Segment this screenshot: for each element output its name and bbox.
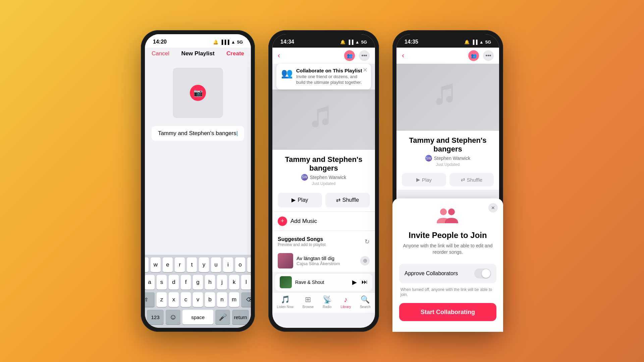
emoji-key[interactable]: ☺ (166, 310, 180, 324)
song-add-button-1[interactable]: ⊕ (360, 256, 370, 265)
key-f[interactable]: f (181, 275, 191, 290)
collaborate-icon-button[interactable]: 👥 (344, 50, 355, 61)
banner-subtitle: Invite one friend or dozens, and build t… (296, 74, 366, 85)
key-i[interactable]: i (223, 257, 233, 272)
tab-bar-2: 🎵 Listen Now ⊞ Browse 📡 Radio ♪ Library … (272, 292, 375, 313)
key-g[interactable]: g (193, 275, 203, 290)
back-button[interactable]: ‹ (278, 51, 280, 60)
status-time-1: 14:20 (153, 39, 167, 45)
key-e[interactable]: e (163, 257, 173, 272)
return-key[interactable]: return (232, 310, 249, 324)
banner-text: Collaborate on This Playlist Invite one … (296, 68, 366, 85)
approve-label: Approve Collaborators (405, 270, 458, 277)
signal-icon: ▐▐▐ (220, 40, 229, 45)
camera-button[interactable]: 📷 (190, 85, 206, 101)
creator-name-3: Stephen Warwick (434, 156, 470, 161)
listen-now-label-2: Listen Now (277, 305, 293, 309)
key-m[interactable]: m (229, 292, 239, 307)
key-o[interactable]: o (235, 257, 245, 272)
phone-1-screen: 14:20 🔔 ▐▐▐ ▲ 5G Cancel New Playlist Cre… (145, 34, 251, 328)
new-playlist-content: 📷 Tammy and Stephen's bangers (145, 61, 251, 255)
add-music-row[interactable]: + Add Music (272, 212, 375, 231)
np-play-button[interactable]: ▶ (352, 279, 357, 286)
cancel-button[interactable]: Cancel (152, 50, 169, 57)
np-fastforward-button[interactable]: ⏭ (362, 279, 368, 286)
np-song-title: Rave & Shout (295, 280, 349, 285)
key-b[interactable]: b (205, 292, 215, 307)
key-h[interactable]: h (205, 275, 215, 290)
shift-key[interactable]: ⇧ (145, 292, 155, 307)
key-w[interactable]: w (151, 257, 161, 272)
refresh-icon[interactable]: ↻ (365, 238, 370, 245)
banner-collab-icon: 👥 (281, 68, 293, 79)
song-row-1: Av längtan till dig Cajsa Stina Åkerstro… (272, 250, 375, 272)
more-options-button-3[interactable]: ••• (483, 50, 494, 61)
shuffle-icon-2: ⇄ (336, 197, 340, 203)
modal-close-button[interactable]: ✕ (488, 203, 498, 213)
more-options-button[interactable]: ••• (359, 50, 370, 61)
tab-radio-2[interactable]: 📡 Radio (323, 295, 332, 309)
tab-library-2[interactable]: ♪ Library (341, 295, 351, 309)
play-button-2[interactable]: ▶ Play (278, 193, 322, 207)
approve-toggle[interactable] (474, 268, 491, 279)
status-icons-1: 🔔 ▐▐▐ ▲ 5G (213, 40, 243, 45)
key-r[interactable]: r (175, 257, 185, 272)
shuffle-label-2: Shuffle (342, 197, 359, 203)
tab-listen-now-2[interactable]: 🎵 Listen Now (277, 295, 293, 309)
text-cursor (236, 130, 238, 136)
start-collaborating-button[interactable]: Start Collaborating (399, 303, 496, 321)
key-l[interactable]: l (241, 275, 251, 290)
key-x[interactable]: x (169, 292, 179, 307)
playlist-name-2: Tammy and Stephen's bangers (278, 155, 370, 173)
key-d[interactable]: d (169, 275, 179, 290)
space-key[interactable]: space (182, 310, 213, 324)
key-p[interactable]: p (247, 257, 251, 272)
key-q[interactable]: q (145, 257, 149, 272)
key-n[interactable]: n (217, 292, 227, 307)
tab-browse-2[interactable]: ⊞ Browse (303, 295, 314, 309)
bell-icon: 🔔 (213, 40, 218, 45)
key-j[interactable]: j (217, 275, 227, 290)
phone-1: 14:20 🔔 ▐▐▐ ▲ 5G Cancel New Playlist Cre… (141, 30, 255, 332)
play-button-3: ▶ Play (402, 173, 446, 186)
keyboard: q w e r t y u i o p a s d f g h j k l (145, 255, 251, 328)
key-v[interactable]: v (193, 292, 203, 307)
signal-icon-3: ▐▐ (471, 40, 477, 45)
tab-search-2[interactable]: 🔍 Search (360, 295, 371, 309)
photo-placeholder[interactable]: 📷 (173, 68, 223, 118)
back-button-3[interactable]: ‹ (402, 51, 404, 60)
key-y[interactable]: y (199, 257, 209, 272)
key-k[interactable]: k (229, 275, 239, 290)
key-z[interactable]: z (157, 292, 167, 307)
backspace-key[interactable]: ⌫ (241, 292, 251, 307)
mic-key[interactable]: 🎤 (215, 310, 230, 324)
key-c[interactable]: c (181, 292, 191, 307)
creator-avatar-2: SW (301, 174, 308, 181)
invite-modal-subtitle: Anyone with the link will be able to edi… (399, 243, 496, 256)
banner-close-button[interactable]: ✕ (363, 66, 368, 74)
key-t[interactable]: t (187, 257, 197, 272)
playlist-name-field[interactable]: Tammy and Stephen's bangers (152, 126, 244, 141)
key-a[interactable]: a (145, 275, 155, 290)
playlist-name-3: Tammy and Stephen's bangers (402, 136, 494, 154)
listen-now-icon-2: 🎵 (281, 295, 290, 304)
status-icons-2: 🔔 ▐▐ ▲ 5G (340, 40, 367, 45)
key-u[interactable]: u (211, 257, 221, 272)
bell-icon-3: 🔔 (464, 40, 470, 45)
key-s[interactable]: s (157, 275, 167, 290)
shuffle-button-2[interactable]: ⇄ Shuffle (325, 193, 370, 207)
battery-icon-3: 5G (485, 40, 491, 45)
browse-label-2: Browse (303, 305, 314, 309)
song-title-1: Av längtan till dig (297, 255, 357, 261)
play-label-2: Play (298, 197, 308, 203)
create-button[interactable]: Create (226, 50, 244, 57)
library-label-2: Library (341, 305, 351, 309)
numbers-key[interactable]: 123 (147, 310, 164, 324)
playlist-creator-3: SW Stephen Warwick (402, 155, 494, 162)
people-icon-3: 👥 (471, 53, 477, 58)
invite-modal: ✕ Invite People to Join Anyone with the … (396, 198, 499, 328)
shuffle-label-3: Shuffle (467, 177, 482, 183)
playlist-artwork-3 (396, 64, 499, 131)
collaborate-icon-button-3[interactable]: 👥 (468, 50, 479, 61)
collaborate-banner[interactable]: 👥 Collaborate on This Playlist Invite on… (276, 64, 371, 89)
